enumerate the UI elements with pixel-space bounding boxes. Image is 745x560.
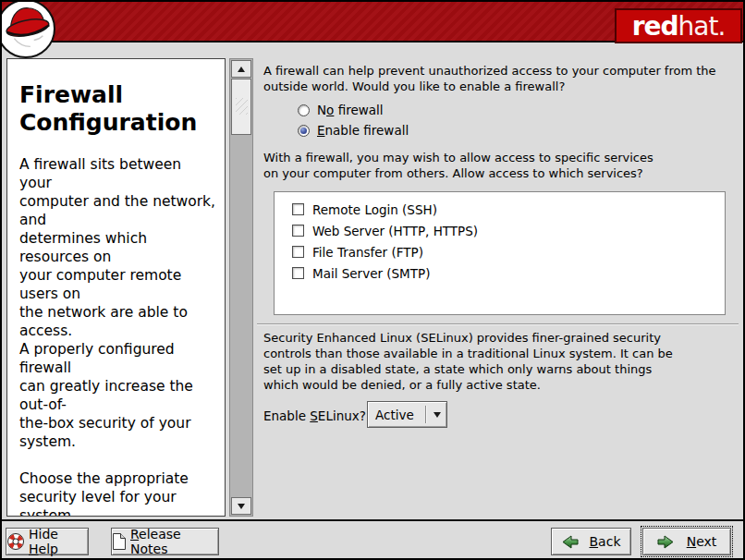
- next-button[interactable]: Next: [642, 528, 731, 555]
- service-row-ftp[interactable]: File Transfer (FTP): [275, 241, 725, 262]
- radio-enable-firewall[interactable]: Enable firewall: [298, 123, 409, 138]
- service-label: Web Server (HTTP, HTTPS): [312, 224, 478, 238]
- service-label: Remote Login (SSH): [312, 202, 437, 217]
- selinux-label: Enable SELinux?:: [263, 408, 370, 423]
- service-row-ssh[interactable]: Remote Login (SSH): [275, 199, 725, 220]
- release-notes-button[interactable]: Release Notes: [111, 528, 219, 555]
- back-label: Back: [590, 534, 621, 549]
- selinux-dropdown[interactable]: Active: [367, 401, 447, 428]
- selinux-description-text: Security Enhanced Linux (SELinux) provid…: [263, 330, 673, 393]
- scroll-up-button[interactable]: [231, 60, 251, 78]
- arrow-right-icon: [657, 534, 674, 550]
- next-label: Next: [687, 534, 717, 549]
- scrollbar-thumb[interactable]: [231, 79, 251, 135]
- arrow-up-icon: [238, 67, 245, 72]
- service-label: Mail Server (SMTP): [312, 266, 430, 281]
- services-list: Remote Login (SSH) Web Server (HTTP, HTT…: [274, 191, 726, 315]
- redhat-shadowman-icon: [2, 2, 55, 58]
- radio-label: No firewall: [317, 103, 384, 117]
- hide-help-button[interactable]: Hide Help: [6, 528, 89, 555]
- help-title: Firewall Configuration: [19, 81, 217, 137]
- help-paragraph: Choose the appropriate security level fo…: [19, 469, 217, 517]
- radio-circle-selected-icon[interactable]: [298, 125, 310, 137]
- life-buoy-icon: [6, 532, 25, 551]
- arrow-left-icon: [562, 534, 579, 550]
- hide-help-label: Hide Help: [29, 527, 88, 556]
- radio-circle-icon[interactable]: [298, 104, 310, 116]
- redhat-wordmark: redhat.: [615, 8, 742, 43]
- checkbox-icon[interactable]: [292, 203, 304, 215]
- document-icon: [112, 532, 127, 551]
- checkbox-icon[interactable]: [292, 246, 304, 258]
- scroll-down-button[interactable]: [231, 497, 251, 515]
- footer-bar: Hide Help Release Notes Back: [2, 519, 743, 558]
- help-panel: Firewall Configuration A firewall sits b…: [6, 58, 226, 517]
- service-label: File Transfer (FTP): [312, 245, 423, 260]
- release-notes-label: Release Notes: [130, 527, 218, 556]
- services-intro-text: With a firewall, you may wish to allow a…: [263, 150, 653, 181]
- checkbox-icon[interactable]: [292, 267, 304, 279]
- brand-hat-text: hat.: [678, 11, 726, 42]
- service-row-http[interactable]: Web Server (HTTP, HTTPS): [275, 220, 725, 241]
- brand-red-text: red: [632, 11, 678, 42]
- service-row-smtp[interactable]: Mail Server (SMTP): [275, 262, 725, 284]
- back-button[interactable]: Back: [551, 528, 631, 555]
- window-content: redhat. Firewall Configuration A firewal…: [2, 2, 743, 558]
- installer-window: redhat. Firewall Configuration A firewal…: [0, 0, 745, 560]
- chevron-down-icon[interactable]: [427, 412, 446, 418]
- selinux-dropdown-value: Active: [368, 408, 425, 422]
- radio-no-firewall[interactable]: No firewall: [298, 103, 384, 117]
- arrow-down-icon: [238, 504, 245, 509]
- checkbox-icon[interactable]: [292, 225, 304, 237]
- firewall-intro-text: A firewall can help prevent unauthorized…: [263, 63, 716, 94]
- section-separator: [257, 323, 739, 325]
- help-paragraph: A firewall sits between your computer an…: [19, 155, 217, 451]
- radio-label: Enable firewall: [317, 123, 409, 138]
- help-scrollbar[interactable]: [229, 58, 253, 517]
